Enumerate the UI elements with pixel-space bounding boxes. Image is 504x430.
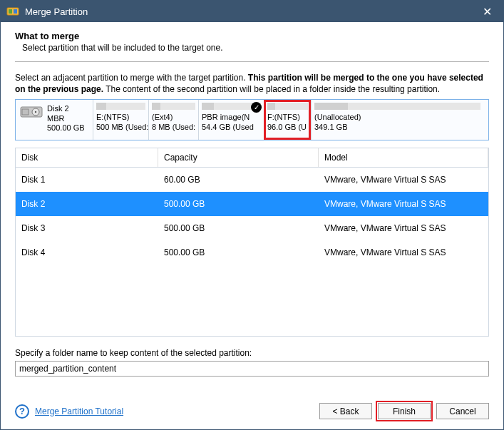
- svg-rect-6: [22, 109, 29, 115]
- partition-label: F:(NTFS): [267, 113, 308, 122]
- cell-model: VMware, VMware Virtual S SAS: [319, 243, 488, 262]
- disk-name: Disk 2: [47, 104, 85, 113]
- cell-capacity: 500.00 GB: [158, 219, 319, 237]
- finish-button[interactable]: Finish: [378, 403, 431, 419]
- cell-capacity: 500.00 GB: [158, 195, 319, 213]
- page-heading: What to merge: [15, 31, 489, 41]
- cell-model: VMware, VMware Virtual S SAS: [319, 195, 488, 213]
- partition-1[interactable]: (Ext4)8 MB (Used:: [148, 100, 198, 140]
- partition-sub: 349.1 GB: [314, 123, 480, 132]
- svg-rect-2: [14, 9, 17, 14]
- page-subheading: Select partition that will be included t…: [15, 43, 489, 53]
- cell-model: VMware, VMware Virtual S SAS: [319, 170, 488, 189]
- check-icon: ✓: [251, 102, 262, 113]
- back-button[interactable]: < Back: [319, 403, 372, 419]
- close-button[interactable]: ✕: [476, 1, 498, 22]
- instruction-pre: Select an adjacent partition to merge wi…: [15, 73, 248, 83]
- partition-sub: 500 MB (Used:: [96, 123, 145, 132]
- table-header: Disk Capacity Model: [16, 148, 488, 168]
- instruction-text: Select an adjacent partition to merge wi…: [15, 72, 489, 95]
- merge-partition-dialog: Merge Partition ✕ What to merge Select p…: [0, 0, 504, 430]
- table-row[interactable]: Disk 2500.00 GBVMware, VMware Virtual S …: [16, 192, 488, 216]
- cell-capacity: 500.00 GB: [158, 243, 319, 262]
- titlebar: Merge Partition ✕: [1, 1, 503, 22]
- tutorial-link[interactable]: Merge Partition Tutorial: [35, 406, 314, 416]
- partition-label: (Unallocated): [314, 113, 480, 122]
- help-icon[interactable]: ?: [15, 404, 29, 419]
- partition-2[interactable]: ✓PBR image(N54.4 GB (Used: [198, 100, 264, 140]
- divider: [15, 61, 489, 62]
- cell-model: VMware, VMware Virtual S SAS: [319, 219, 488, 237]
- disk-type: MBR: [47, 114, 85, 123]
- cell-disk: Disk 3: [16, 219, 158, 237]
- partition-sub: 54.4 GB (Used: [202, 123, 261, 132]
- partition-4[interactable]: (Unallocated)349.1 GB: [311, 100, 483, 140]
- cancel-button[interactable]: Cancel: [436, 403, 489, 419]
- table-row[interactable]: Disk 4500.00 GBVMware, VMware Virtual S …: [16, 240, 488, 265]
- disk-map: Disk 2 MBR 500.00 GB E:(NTFS)500 MB (Use…: [15, 99, 489, 140]
- partition-3[interactable]: F:(NTFS)96.0 GB (U: [264, 100, 311, 140]
- cell-capacity: 60.00 GB: [158, 170, 319, 189]
- cell-disk: Disk 1: [16, 170, 158, 189]
- disk-label: Disk 2 MBR 500.00 GB: [16, 100, 93, 140]
- app-icon: [6, 5, 19, 18]
- instruction-post: The content of the second partition will…: [103, 84, 440, 94]
- cell-disk: Disk 4: [16, 243, 158, 262]
- th-model[interactable]: Model: [319, 148, 488, 167]
- th-disk[interactable]: Disk: [16, 148, 158, 167]
- table-row[interactable]: Disk 160.00 GBVMware, VMware Virtual S S…: [16, 168, 488, 192]
- folder-name-input[interactable]: [15, 361, 489, 377]
- partition-label: PBR image(N: [202, 113, 261, 122]
- disk-table: Disk Capacity Model Disk 160.00 GBVMware…: [15, 148, 489, 337]
- folder-label: Specify a folder name to keep content of…: [15, 348, 489, 358]
- partition-sub: 8 MB (Used:: [152, 123, 195, 132]
- table-row[interactable]: Disk 3500.00 GBVMware, VMware Virtual S …: [16, 216, 488, 240]
- partition-sub: 96.0 GB (U: [267, 123, 308, 132]
- hdd-icon: [20, 104, 43, 120]
- footer: ? Merge Partition Tutorial < Back Finish…: [1, 396, 503, 429]
- partition-label: E:(NTFS): [96, 113, 145, 122]
- svg-rect-1: [9, 9, 12, 14]
- partition-0[interactable]: E:(NTFS)500 MB (Used:: [93, 100, 148, 140]
- cell-disk: Disk 2: [16, 195, 158, 213]
- svg-point-5: [35, 111, 36, 113]
- partition-label: (Ext4): [152, 113, 195, 122]
- window-title: Merge Partition: [25, 6, 476, 17]
- th-capacity[interactable]: Capacity: [158, 148, 319, 167]
- disk-size: 500.00 GB: [47, 123, 85, 133]
